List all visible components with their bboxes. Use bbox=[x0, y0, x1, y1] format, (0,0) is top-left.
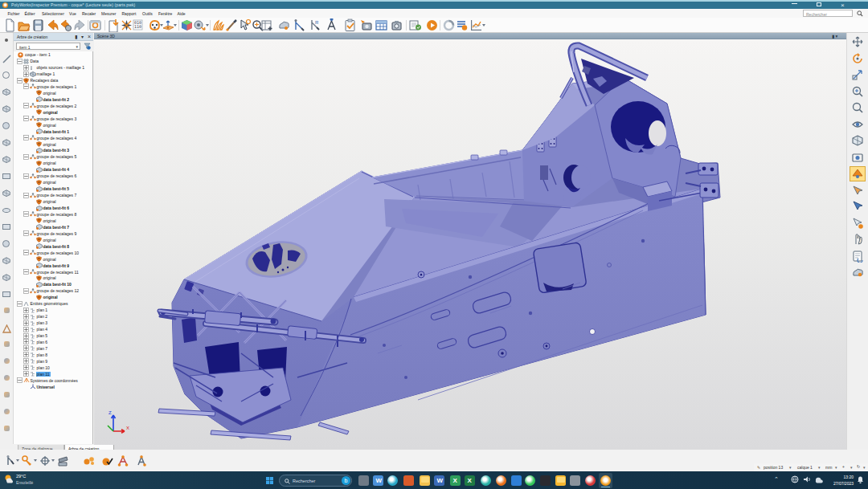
svg-text:R: R bbox=[315, 20, 319, 25]
svg-text:Z: Z bbox=[108, 410, 112, 415]
svg-text:110: 110 bbox=[134, 24, 141, 29]
svg-text:X: X bbox=[126, 426, 129, 430]
